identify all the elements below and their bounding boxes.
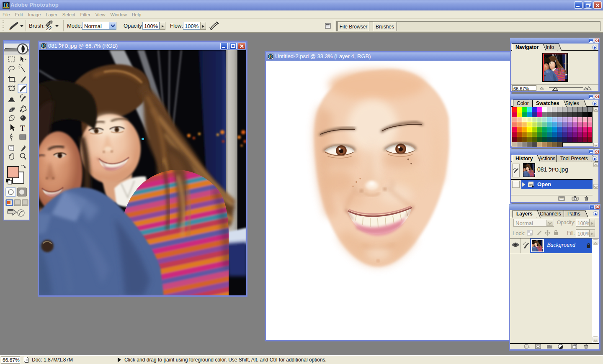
svg-text:T: T [20, 124, 25, 133]
svg-text:f: f [526, 345, 527, 349]
